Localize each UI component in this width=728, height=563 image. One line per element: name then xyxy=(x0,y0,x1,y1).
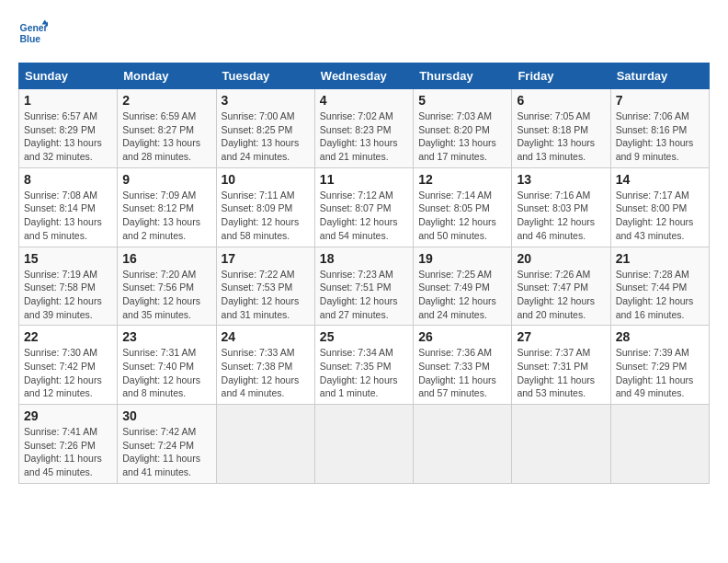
table-row: 6Sunrise: 7:05 AM Sunset: 8:18 PM Daylig… xyxy=(512,89,610,168)
day-number: 22 xyxy=(24,329,112,344)
logo-icon: General Blue xyxy=(18,18,48,48)
day-number: 4 xyxy=(320,93,408,108)
day-info: Sunrise: 7:14 AM Sunset: 8:05 PM Dayligh… xyxy=(418,189,506,243)
header-wednesday: Wednesday xyxy=(314,63,413,89)
day-number: 3 xyxy=(222,93,310,108)
logo: General Blue xyxy=(18,18,51,48)
day-info: Sunrise: 6:59 AM Sunset: 8:27 PM Dayligh… xyxy=(122,109,210,164)
table-row xyxy=(216,405,314,484)
day-info: Sunrise: 7:41 AM Sunset: 7:26 PM Dayligh… xyxy=(24,425,112,479)
table-row: 29Sunrise: 7:41 AM Sunset: 7:26 PM Dayli… xyxy=(19,405,118,484)
table-row xyxy=(414,405,512,484)
table-row: 1Sunrise: 6:57 AM Sunset: 8:29 PM Daylig… xyxy=(19,89,118,168)
calendar-week-row: 15Sunrise: 7:19 AM Sunset: 7:58 PM Dayli… xyxy=(19,247,710,326)
day-number: 26 xyxy=(418,329,506,344)
table-row: 13Sunrise: 7:16 AM Sunset: 8:03 PM Dayli… xyxy=(512,167,610,247)
table-row: 24Sunrise: 7:33 AM Sunset: 7:38 PM Dayli… xyxy=(216,326,314,405)
day-info: Sunrise: 7:26 AM Sunset: 7:47 PM Dayligh… xyxy=(517,268,605,322)
day-info: Sunrise: 7:34 AM Sunset: 7:35 PM Dayligh… xyxy=(320,346,408,400)
table-row: 17Sunrise: 7:22 AM Sunset: 7:53 PM Dayli… xyxy=(216,247,314,326)
day-number: 28 xyxy=(616,329,704,344)
table-row: 25Sunrise: 7:34 AM Sunset: 7:35 PM Dayli… xyxy=(314,326,413,405)
header-saturday: Saturday xyxy=(610,63,709,89)
table-row: 10Sunrise: 7:11 AM Sunset: 8:09 PM Dayli… xyxy=(216,167,314,247)
day-number: 2 xyxy=(122,93,210,108)
day-number: 20 xyxy=(517,251,605,266)
day-number: 6 xyxy=(517,93,605,108)
day-number: 27 xyxy=(517,329,605,344)
day-number: 15 xyxy=(24,251,112,266)
day-info: Sunrise: 7:09 AM Sunset: 8:12 PM Dayligh… xyxy=(122,189,210,243)
table-row: 14Sunrise: 7:17 AM Sunset: 8:00 PM Dayli… xyxy=(610,167,709,247)
day-number: 18 xyxy=(320,251,408,266)
day-number: 10 xyxy=(222,172,310,187)
svg-text:Blue: Blue xyxy=(20,34,41,44)
table-row: 12Sunrise: 7:14 AM Sunset: 8:05 PM Dayli… xyxy=(414,167,512,247)
day-number: 12 xyxy=(418,172,506,187)
day-info: Sunrise: 7:33 AM Sunset: 7:38 PM Dayligh… xyxy=(222,346,310,400)
table-row: 16Sunrise: 7:20 AM Sunset: 7:56 PM Dayli… xyxy=(118,247,216,326)
day-info: Sunrise: 7:06 AM Sunset: 8:16 PM Dayligh… xyxy=(616,109,704,164)
day-number: 21 xyxy=(616,251,704,266)
day-number: 9 xyxy=(122,172,210,187)
table-row: 26Sunrise: 7:36 AM Sunset: 7:33 PM Dayli… xyxy=(414,326,512,405)
table-row: 18Sunrise: 7:23 AM Sunset: 7:51 PM Dayli… xyxy=(314,247,413,326)
table-row: 21Sunrise: 7:28 AM Sunset: 7:44 PM Dayli… xyxy=(610,247,709,326)
table-row: 8Sunrise: 7:08 AM Sunset: 8:14 PM Daylig… xyxy=(19,167,118,247)
table-row: 22Sunrise: 7:30 AM Sunset: 7:42 PM Dayli… xyxy=(19,326,118,405)
day-number: 5 xyxy=(418,93,506,108)
day-info: Sunrise: 7:11 AM Sunset: 8:09 PM Dayligh… xyxy=(222,189,310,243)
day-number: 19 xyxy=(418,251,506,266)
table-row xyxy=(610,405,709,484)
day-number: 1 xyxy=(24,93,112,108)
day-info: Sunrise: 7:03 AM Sunset: 8:20 PM Dayligh… xyxy=(418,109,506,164)
day-number: 8 xyxy=(24,172,112,187)
svg-text:General: General xyxy=(20,23,48,33)
table-row: 19Sunrise: 7:25 AM Sunset: 7:49 PM Dayli… xyxy=(414,247,512,326)
calendar-week-row: 22Sunrise: 7:30 AM Sunset: 7:42 PM Dayli… xyxy=(19,326,710,405)
day-info: Sunrise: 7:22 AM Sunset: 7:53 PM Dayligh… xyxy=(222,268,310,322)
table-row: 28Sunrise: 7:39 AM Sunset: 7:29 PM Dayli… xyxy=(610,326,709,405)
weekday-header-row: Sunday Monday Tuesday Wednesday Thursday… xyxy=(19,63,710,89)
table-row: 30Sunrise: 7:42 AM Sunset: 7:24 PM Dayli… xyxy=(118,405,216,484)
header-tuesday: Tuesday xyxy=(216,63,314,89)
day-number: 17 xyxy=(222,251,310,266)
day-info: Sunrise: 7:23 AM Sunset: 7:51 PM Dayligh… xyxy=(320,268,408,322)
table-row: 27Sunrise: 7:37 AM Sunset: 7:31 PM Dayli… xyxy=(512,326,610,405)
day-number: 13 xyxy=(517,172,605,187)
table-row: 9Sunrise: 7:09 AM Sunset: 8:12 PM Daylig… xyxy=(118,167,216,247)
table-row: 3Sunrise: 7:00 AM Sunset: 8:25 PM Daylig… xyxy=(216,89,314,168)
day-info: Sunrise: 7:39 AM Sunset: 7:29 PM Dayligh… xyxy=(616,346,704,400)
day-number: 16 xyxy=(122,251,210,266)
table-row xyxy=(512,405,610,484)
day-number: 23 xyxy=(122,329,210,344)
day-info: Sunrise: 7:05 AM Sunset: 8:18 PM Dayligh… xyxy=(517,109,605,164)
day-info: Sunrise: 7:17 AM Sunset: 8:00 PM Dayligh… xyxy=(616,189,704,243)
table-row: 4Sunrise: 7:02 AM Sunset: 8:23 PM Daylig… xyxy=(314,89,413,168)
table-row xyxy=(314,405,413,484)
day-info: Sunrise: 7:30 AM Sunset: 7:42 PM Dayligh… xyxy=(24,346,112,400)
day-number: 24 xyxy=(222,329,310,344)
table-row: 11Sunrise: 7:12 AM Sunset: 8:07 PM Dayli… xyxy=(314,167,413,247)
day-info: Sunrise: 7:08 AM Sunset: 8:14 PM Dayligh… xyxy=(24,189,112,243)
day-info: Sunrise: 6:57 AM Sunset: 8:29 PM Dayligh… xyxy=(24,109,112,164)
day-number: 29 xyxy=(24,408,112,423)
day-number: 25 xyxy=(320,329,408,344)
day-number: 14 xyxy=(616,172,704,187)
calendar-week-row: 29Sunrise: 7:41 AM Sunset: 7:26 PM Dayli… xyxy=(19,405,710,484)
day-info: Sunrise: 7:00 AM Sunset: 8:25 PM Dayligh… xyxy=(222,109,310,164)
day-info: Sunrise: 7:16 AM Sunset: 8:03 PM Dayligh… xyxy=(517,189,605,243)
table-row: 15Sunrise: 7:19 AM Sunset: 7:58 PM Dayli… xyxy=(19,247,118,326)
table-row: 2Sunrise: 6:59 AM Sunset: 8:27 PM Daylig… xyxy=(118,89,216,168)
calendar-week-row: 1Sunrise: 6:57 AM Sunset: 8:29 PM Daylig… xyxy=(19,89,710,168)
header-sunday: Sunday xyxy=(19,63,118,89)
day-number: 30 xyxy=(122,408,210,423)
day-info: Sunrise: 7:02 AM Sunset: 8:23 PM Dayligh… xyxy=(320,109,408,164)
table-row: 23Sunrise: 7:31 AM Sunset: 7:40 PM Dayli… xyxy=(118,326,216,405)
header-thursday: Thursday xyxy=(414,63,512,89)
day-info: Sunrise: 7:37 AM Sunset: 7:31 PM Dayligh… xyxy=(517,346,605,400)
day-info: Sunrise: 7:28 AM Sunset: 7:44 PM Dayligh… xyxy=(616,268,704,322)
table-row: 7Sunrise: 7:06 AM Sunset: 8:16 PM Daylig… xyxy=(610,89,709,168)
table-row: 5Sunrise: 7:03 AM Sunset: 8:20 PM Daylig… xyxy=(414,89,512,168)
header-monday: Monday xyxy=(118,63,216,89)
